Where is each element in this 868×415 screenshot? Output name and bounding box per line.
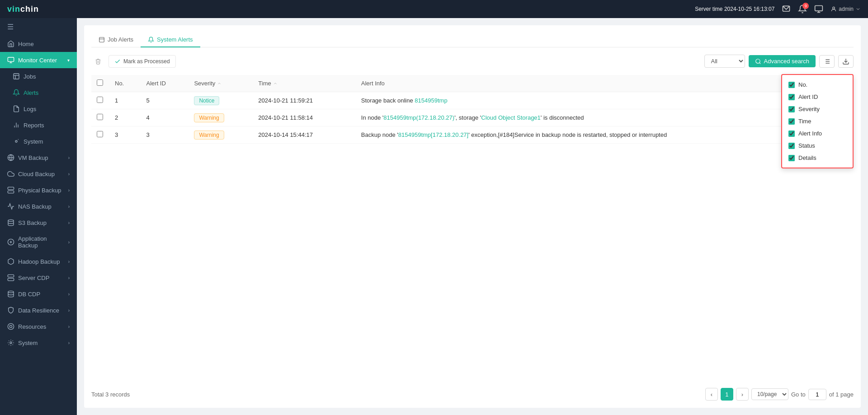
alert-link-2a[interactable]: 8154959tmp(172.18.20.27) xyxy=(383,114,454,121)
alert-link-1[interactable]: 8154959tmp xyxy=(415,97,447,104)
hamburger-icon[interactable]: ☰ xyxy=(0,18,77,36)
reports-icon xyxy=(13,121,20,129)
prev-page-button[interactable]: ‹ xyxy=(705,388,718,401)
sidebar-item-hadoop-backup[interactable]: Hadoop Backup › xyxy=(0,253,77,270)
table-row: 2 4 Warning 2024-10-21 11:58:14 In node … xyxy=(91,109,854,126)
row-checkbox-3[interactable] xyxy=(97,131,103,137)
app-icon xyxy=(7,238,14,246)
alerts-icon xyxy=(13,89,20,96)
sidebar-label-logs: Logs xyxy=(24,106,36,112)
tabs-bar: Job Alerts System Alerts xyxy=(91,33,854,47)
sidebar-item-system[interactable]: System › xyxy=(0,335,77,351)
sidebar-item-server-cdp[interactable]: Server CDP › xyxy=(0,270,77,286)
col-option-alert-id[interactable]: Alert ID xyxy=(782,91,853,103)
columns-toggle-button[interactable] xyxy=(819,55,835,68)
sidebar-item-reports[interactable]: Reports xyxy=(0,117,77,133)
resources-chevron-icon: › xyxy=(68,324,70,329)
cloud-chevron-icon: › xyxy=(68,172,70,177)
sidebar-item-data-resilience[interactable]: Data Resilience › xyxy=(0,302,77,318)
export-button[interactable] xyxy=(838,55,854,68)
sidebar-item-home[interactable]: Home xyxy=(0,36,77,52)
col-option-status[interactable]: Status xyxy=(782,140,853,152)
sidebar-item-jobs[interactable]: Jobs xyxy=(0,68,77,84)
sidebar-label-s3-backup: S3 Backup xyxy=(18,219,47,226)
advanced-search-button[interactable]: Advanced search xyxy=(749,55,816,67)
toolbar-right: All Notice Warning Advanced search xyxy=(704,55,854,68)
sidebar-item-db-cdp[interactable]: DB CDP › xyxy=(0,286,77,302)
sidebar-item-nas-backup[interactable]: NAS Backup › xyxy=(0,198,77,214)
tab-system-alerts[interactable]: System Alerts xyxy=(141,33,200,47)
alert-link-3[interactable]: 8154959tmp[172.18.20.27] xyxy=(398,131,468,138)
sidebar-item-alerts[interactable]: Alerts xyxy=(0,84,77,101)
col-checkbox-severity[interactable] xyxy=(788,106,795,112)
screen-icon[interactable] xyxy=(814,5,823,14)
svg-rect-18 xyxy=(8,191,14,193)
notification-icon[interactable]: 9 xyxy=(798,5,807,14)
s3-chevron-icon: › xyxy=(68,220,70,225)
row-checkbox-1[interactable] xyxy=(97,97,103,103)
notification-badge: 9 xyxy=(802,3,809,9)
svg-point-33 xyxy=(755,59,760,63)
sidebar-item-cloud-backup[interactable]: Cloud Backup › xyxy=(0,166,77,182)
tab-job-alerts[interactable]: Job Alerts xyxy=(91,33,141,47)
cell-info-1: Storage back online 8154959tmp xyxy=(356,92,854,109)
table-row: 3 3 Warning 2024-10-14 15:44:17 Backup n… xyxy=(91,126,854,144)
sidebar-item-resources[interactable]: Resources › xyxy=(0,318,77,335)
col-option-details[interactable]: Details xyxy=(782,152,853,164)
sidebar-item-physical-backup[interactable]: Physical Backup › xyxy=(0,182,77,198)
topbar-right: Server time 2024-10-25 16:13:07 9 admin xyxy=(695,5,861,14)
chevron-down-icon: ▾ xyxy=(67,58,70,63)
sidebar-label-data-resilience: Data Resilience xyxy=(18,307,59,314)
delete-button[interactable] xyxy=(91,56,105,67)
select-all-checkbox[interactable] xyxy=(97,79,103,86)
sidebar-label-system-mon: System xyxy=(24,138,43,145)
col-header-severity[interactable]: Severity xyxy=(189,75,253,92)
cell-time-1: 2024-10-21 11:59:21 xyxy=(253,92,356,109)
message-icon[interactable] xyxy=(782,5,791,14)
mark-processed-button[interactable]: Mark as Processed xyxy=(108,55,176,68)
sidebar-label-alerts: Alerts xyxy=(24,89,38,96)
next-page-button[interactable]: › xyxy=(736,388,749,401)
goto-input[interactable] xyxy=(808,389,826,400)
cell-alert-id-2: 4 xyxy=(141,109,189,126)
col-option-alert-info[interactable]: Alert Info xyxy=(782,127,853,140)
search-icon xyxy=(755,58,761,65)
severity-badge-3: Warning xyxy=(194,131,224,140)
col-header-time[interactable]: Time xyxy=(253,75,356,92)
sidebar-item-s3-backup[interactable]: S3 Backup › xyxy=(0,214,77,231)
severity-filter[interactable]: All Notice Warning xyxy=(704,55,745,68)
server-cdp-icon xyxy=(7,274,14,281)
alert-link-2b[interactable]: Cloud Object Storage1 xyxy=(481,114,541,121)
col-option-severity[interactable]: Severity xyxy=(782,103,853,115)
sidebar-label-db-cdp: DB CDP xyxy=(18,291,40,298)
row-checkbox-2[interactable] xyxy=(97,114,103,120)
svg-line-34 xyxy=(759,62,760,64)
system-mon-icon xyxy=(13,138,20,145)
page-1-button[interactable]: 1 xyxy=(721,388,733,401)
user-menu[interactable]: admin xyxy=(830,6,861,12)
col-option-no[interactable]: No. xyxy=(782,79,853,91)
page-size-select[interactable]: 10/page xyxy=(751,388,788,400)
col-checkbox-no[interactable] xyxy=(788,82,795,88)
sidebar-item-system-mon[interactable]: System xyxy=(0,133,77,149)
col-option-time[interactable]: Time xyxy=(782,115,853,127)
col-checkbox-status[interactable] xyxy=(788,143,795,149)
cell-no-1: 1 xyxy=(109,92,141,109)
col-checkbox-time[interactable] xyxy=(788,118,795,125)
col-checkbox-alert-info[interactable] xyxy=(788,131,795,137)
db-icon xyxy=(7,290,14,298)
col-checkbox-details[interactable] xyxy=(788,155,795,161)
col-header-alert-info: Alert Info xyxy=(356,75,854,92)
cell-time-3: 2024-10-14 15:44:17 xyxy=(253,126,356,144)
sort-icon xyxy=(217,81,222,86)
system-alerts-tab-icon xyxy=(148,37,154,43)
sidebar-item-vm-backup[interactable]: VM Backup › xyxy=(0,149,77,166)
sidebar-item-monitor-center[interactable]: Monitor Center ▾ xyxy=(0,52,77,68)
svg-rect-31 xyxy=(99,37,104,42)
svg-point-4 xyxy=(833,7,835,9)
sidebar-item-application-backup[interactable]: Application Backup › xyxy=(0,231,77,253)
sidebar-label-monitor-center: Monitor Center xyxy=(18,57,57,64)
sidebar-item-logs[interactable]: Logs xyxy=(0,101,77,117)
sidebar-label-server-cdp: Server CDP xyxy=(18,275,49,281)
col-checkbox-alert-id[interactable] xyxy=(788,94,795,100)
